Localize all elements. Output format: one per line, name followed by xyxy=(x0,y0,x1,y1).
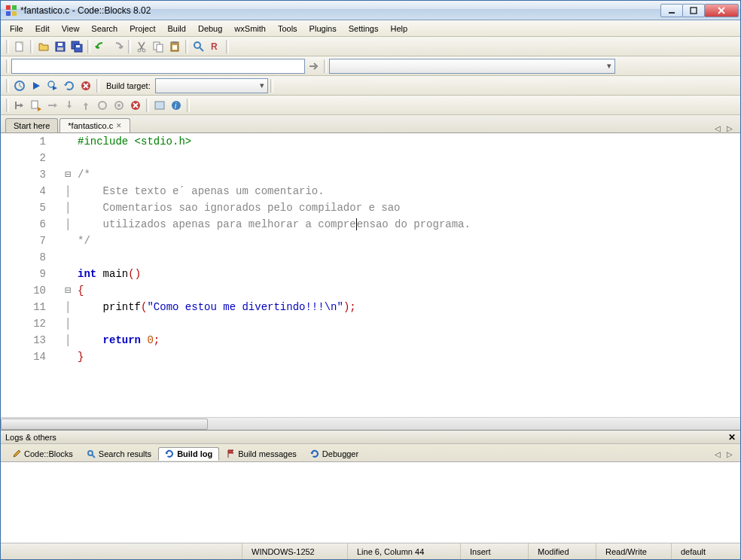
replace-button[interactable]: R xyxy=(207,38,224,55)
pencil-icon xyxy=(12,449,21,458)
debug-next-button[interactable] xyxy=(44,97,61,114)
menu-project[interactable]: Project xyxy=(124,23,161,35)
svg-line-23 xyxy=(200,47,203,51)
cut-button[interactable] xyxy=(133,38,150,55)
status-spacer xyxy=(1,543,242,559)
svg-point-34 xyxy=(117,104,120,107)
menu-settings[interactable]: Settings xyxy=(343,23,385,35)
code-editor[interactable]: 1234567891011121314 #include <stdio.h> ⊟… xyxy=(1,133,740,417)
abort-button[interactable] xyxy=(78,78,94,94)
logs-panel: Logs & others ✕ Code::BlocksSearch resul… xyxy=(1,430,740,543)
status-profile: default xyxy=(671,543,740,559)
log-tab[interactable]: Build messages xyxy=(219,447,303,461)
menu-search[interactable]: Search xyxy=(85,23,124,35)
log-tab[interactable]: Search results xyxy=(80,447,158,461)
debug-stepout-button[interactable] xyxy=(78,97,94,114)
svg-rect-31 xyxy=(32,101,38,108)
debug-step-button[interactable] xyxy=(11,97,28,114)
find-button[interactable] xyxy=(191,38,207,55)
run-button[interactable] xyxy=(28,78,44,94)
maximize-button[interactable] xyxy=(682,4,705,17)
refresh-icon xyxy=(310,449,319,458)
logtab-next-button[interactable]: ▷ xyxy=(724,450,736,458)
build-run-button[interactable] xyxy=(44,78,61,94)
menu-view[interactable]: View xyxy=(56,23,86,35)
svg-rect-21 xyxy=(172,45,177,50)
redo-button[interactable] xyxy=(109,38,126,55)
debug-info-button[interactable]: i xyxy=(168,97,184,114)
menu-help[interactable]: Help xyxy=(384,23,413,35)
svg-point-22 xyxy=(194,42,200,48)
log-tab-label: Search results xyxy=(99,449,151,458)
tab-next-button[interactable]: ▷ xyxy=(724,124,736,132)
menu-file[interactable]: File xyxy=(4,23,29,35)
menu-build[interactable]: Build xyxy=(161,23,191,35)
editor-tabbar: Start here*fantastico.c✕ ◁ ▷ xyxy=(1,115,740,133)
editor-hscrollbar[interactable] xyxy=(1,417,740,430)
debug-into-instr-button[interactable] xyxy=(111,97,127,114)
svg-rect-18 xyxy=(157,44,163,52)
svg-point-15 xyxy=(138,49,141,52)
logtab-prev-button[interactable]: ◁ xyxy=(712,450,724,458)
debug-stepinto-button[interactable] xyxy=(61,97,78,114)
debug-next-instr-button[interactable] xyxy=(94,97,111,114)
svg-point-32 xyxy=(99,102,106,109)
svg-line-42 xyxy=(92,455,95,458)
toolbar-build: Build target: xyxy=(1,76,740,96)
log-tab[interactable]: Build log xyxy=(158,447,219,461)
svg-rect-1 xyxy=(12,5,17,10)
status-insert: Insert xyxy=(460,543,528,559)
menu-edit[interactable]: Edit xyxy=(29,23,56,35)
copy-button[interactable] xyxy=(150,38,166,55)
svg-rect-0 xyxy=(6,5,11,10)
undo-button[interactable] xyxy=(93,38,109,55)
tab-prev-button[interactable]: ◁ xyxy=(712,124,724,132)
minimize-button[interactable] xyxy=(660,4,683,17)
menu-debug[interactable]: Debug xyxy=(192,23,228,35)
editor-container: 1234567891011121314 #include <stdio.h> ⊟… xyxy=(1,133,740,430)
svg-rect-14 xyxy=(76,45,80,47)
menubar: FileEditViewSearchProjectBuildDebugwxSmi… xyxy=(1,20,740,37)
file-tab-label: *fantastico.c xyxy=(68,121,113,130)
refresh-icon xyxy=(165,449,174,458)
save-button[interactable] xyxy=(52,38,69,55)
logs-title: Logs & others xyxy=(5,433,728,442)
logs-content[interactable] xyxy=(1,462,740,543)
menu-wxsmith[interactable]: wxSmith xyxy=(228,23,272,35)
file-tab[interactable]: *fantastico.c✕ xyxy=(59,118,130,132)
open-button[interactable] xyxy=(35,38,52,55)
build-target-select[interactable] xyxy=(155,78,268,93)
close-icon[interactable]: ✕ xyxy=(116,122,122,129)
menu-tools[interactable]: Tools xyxy=(272,23,303,35)
logs-close-button[interactable]: ✕ xyxy=(728,432,736,443)
debug-run-cursor-button[interactable] xyxy=(28,97,44,114)
file-tab[interactable]: Start here xyxy=(5,118,58,132)
new-file-button[interactable] xyxy=(11,38,28,55)
rebuild-button[interactable] xyxy=(61,78,78,94)
save-all-button[interactable] xyxy=(69,38,85,55)
flag-icon xyxy=(226,449,235,458)
svg-rect-11 xyxy=(57,47,63,50)
status-readwrite: Read/Write xyxy=(596,543,671,559)
search-input[interactable] xyxy=(11,59,305,74)
menu-plugins[interactable]: Plugins xyxy=(303,23,343,35)
build-target-label: Build target: xyxy=(102,81,155,90)
svg-rect-10 xyxy=(58,43,63,46)
log-tab[interactable]: Debugger xyxy=(303,447,365,461)
build-button[interactable] xyxy=(11,78,28,94)
debug-windows-button[interactable] xyxy=(151,97,168,114)
status-encoding: WINDOWS-1252 xyxy=(242,543,347,559)
debug-stop-button[interactable] xyxy=(127,97,144,114)
log-tab-label: Build messages xyxy=(238,449,297,458)
context-select[interactable] xyxy=(329,59,615,74)
svg-text:R: R xyxy=(211,41,218,52)
svg-rect-20 xyxy=(172,41,177,44)
toolbar-debug: i xyxy=(1,96,740,115)
search-go-button[interactable] xyxy=(305,58,322,75)
log-tab-label: Debugger xyxy=(322,449,358,458)
log-tab[interactable]: Code::Blocks xyxy=(5,447,80,461)
close-button[interactable] xyxy=(704,4,739,17)
search-icon xyxy=(87,449,96,458)
statusbar: WINDOWS-1252 Line 6, Column 44 Insert Mo… xyxy=(1,543,740,559)
paste-button[interactable] xyxy=(166,38,183,55)
